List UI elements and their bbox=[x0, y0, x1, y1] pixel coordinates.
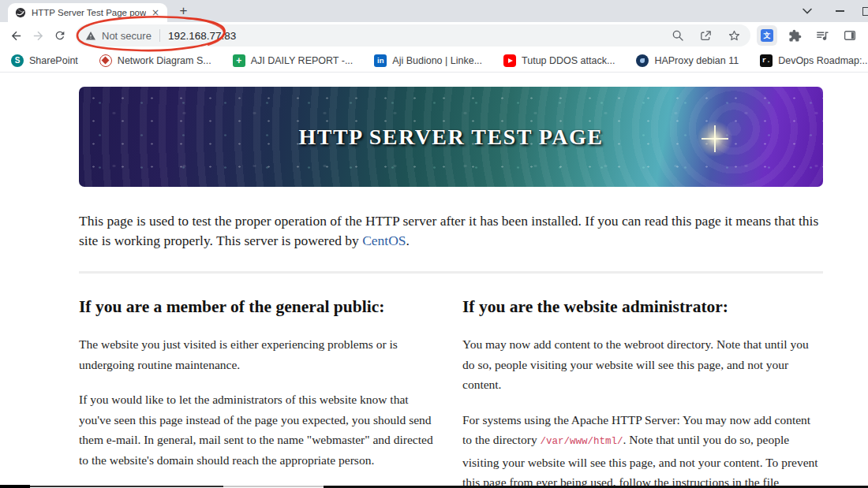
back-arrow-icon bbox=[9, 29, 23, 43]
bookmark-label: HAProxy debian 11 bbox=[654, 55, 739, 66]
window-minimize-button[interactable] bbox=[829, 0, 851, 22]
bookmark-youtube[interactable]: Tutup DDOS attack... bbox=[503, 54, 615, 67]
general-public-heading: If you are a member of the general publi… bbox=[79, 297, 440, 317]
youtube-icon bbox=[503, 54, 516, 67]
bookmarks-bar: S SharePoint Network Diagram S... + AJI … bbox=[0, 49, 868, 73]
page-title: HTTP SERVER TEST PAGE bbox=[298, 125, 603, 150]
bookmark-label: Tutup DDOS attack... bbox=[522, 55, 615, 66]
bookmark-label: Network Diagram S... bbox=[118, 55, 211, 66]
bookmark-label: SharePoint bbox=[29, 55, 78, 66]
bookmark-sharepoint[interactable]: S SharePoint bbox=[11, 54, 78, 67]
reload-icon bbox=[54, 29, 66, 42]
page-content: HTTP SERVER TEST PAGE This page is used … bbox=[79, 87, 823, 488]
screenshot-bottom-edge bbox=[30, 486, 223, 487]
administrator-heading: If you are the website administrator: bbox=[462, 297, 823, 317]
tab-title: HTTP Server Test Page powered bbox=[32, 8, 146, 17]
new-tab-button[interactable]: + bbox=[177, 5, 190, 18]
search-icon bbox=[672, 29, 684, 42]
extensions-button[interactable] bbox=[784, 25, 805, 46]
bookmark-aji-daily-report[interactable]: + AJI DAILY REPORT -... bbox=[233, 54, 354, 67]
intro-paragraph: This page is used to test the proper ope… bbox=[79, 211, 823, 251]
bookmark-label: AJI DAILY REPORT -... bbox=[251, 55, 354, 66]
address-bar[interactable]: Not secure 192.168.77.83 bbox=[76, 24, 750, 47]
security-status-label[interactable]: Not secure bbox=[102, 30, 152, 42]
window-maximize-button[interactable] bbox=[855, 0, 868, 22]
queue-music-icon bbox=[815, 28, 829, 43]
minimize-icon bbox=[836, 10, 844, 12]
back-button[interactable] bbox=[5, 24, 27, 47]
tab-close-icon[interactable]: × bbox=[149, 6, 162, 19]
globe-favicon-icon bbox=[15, 7, 26, 18]
banner-starburst bbox=[697, 121, 733, 157]
horizontal-divider bbox=[79, 271, 823, 274]
paragraph: For systems using the Apache HTTP Server… bbox=[462, 410, 823, 488]
toolbar-actions: 文 bbox=[757, 25, 860, 46]
screenshot-bottom-edge bbox=[0, 485, 30, 488]
browser-tab[interactable]: HTTP Server Test Page powered × bbox=[8, 3, 167, 22]
side-search-button[interactable] bbox=[672, 29, 684, 42]
inline-text: This page is used to test the proper ope… bbox=[79, 213, 818, 248]
not-secure-warning-icon bbox=[85, 31, 96, 41]
browser-window: HTTP Server Test Page powered × + Not se… bbox=[0, 0, 868, 488]
omnibox-divider bbox=[159, 29, 160, 42]
paragraph: If you would like to let the administrat… bbox=[79, 389, 440, 470]
screenshot-bottom-edge bbox=[223, 486, 324, 487]
web-page-viewport: HTTP SERVER TEST PAGE This page is used … bbox=[0, 73, 868, 488]
puzzle-extensions-icon bbox=[788, 29, 802, 43]
bookmark-star-button[interactable] bbox=[728, 29, 741, 43]
media-queue-button[interactable] bbox=[812, 25, 832, 46]
spreadsheet-icon: + bbox=[233, 54, 245, 67]
side-panel-icon bbox=[843, 28, 857, 43]
paragraph: You may now add content to the webroot d… bbox=[462, 334, 823, 395]
roadmap-icon: r. bbox=[760, 54, 773, 67]
inline-code: /var/www/html/ bbox=[541, 436, 623, 447]
side-panel-button[interactable] bbox=[840, 25, 860, 46]
reload-button[interactable] bbox=[49, 24, 71, 47]
inline-link[interactable]: CentOS bbox=[362, 233, 406, 248]
administrator-column: If you are the website administrator: Yo… bbox=[462, 297, 823, 488]
translate-icon: 文 bbox=[761, 29, 773, 42]
forward-arrow-icon bbox=[32, 29, 45, 43]
haproxy-icon bbox=[636, 54, 649, 67]
share-icon bbox=[699, 29, 713, 43]
share-button[interactable] bbox=[699, 29, 713, 43]
url-text[interactable]: 192.168.77.83 bbox=[168, 30, 236, 42]
translate-button[interactable]: 文 bbox=[757, 25, 777, 46]
paragraph: The website you just visited is either e… bbox=[79, 334, 440, 374]
inline-text: . bbox=[406, 233, 410, 248]
linkedin-icon: in bbox=[374, 54, 387, 67]
bookmark-devops-roadmap[interactable]: r. DevOps Roadmap:... bbox=[760, 54, 868, 67]
bookmark-linkedin[interactable]: in Aji Budiono | Linke... bbox=[374, 54, 482, 67]
two-column-section: If you are a member of the general publi… bbox=[79, 297, 823, 488]
star-icon bbox=[728, 29, 741, 43]
tab-search-chevron-icon[interactable] bbox=[797, 0, 817, 22]
maximize-icon bbox=[862, 7, 868, 16]
bookmark-haproxy[interactable]: HAProxy debian 11 bbox=[636, 54, 739, 67]
general-public-column: If you are a member of the general publi… bbox=[79, 297, 440, 488]
sharepoint-icon: S bbox=[11, 54, 24, 67]
test-page-banner: HTTP SERVER TEST PAGE bbox=[79, 87, 823, 187]
network-diagram-icon bbox=[99, 54, 112, 67]
forward-button[interactable] bbox=[27, 24, 49, 47]
bookmark-label: Aji Budiono | Linke... bbox=[392, 55, 482, 66]
browser-toolbar: Not secure 192.168.77.83 文 bbox=[0, 22, 868, 49]
tab-strip: HTTP Server Test Page powered × + bbox=[0, 0, 868, 22]
bookmark-label: DevOps Roadmap:... bbox=[778, 55, 868, 66]
inline-text: You may now add content to the webroot d… bbox=[462, 337, 809, 391]
bookmark-network-diagram[interactable]: Network Diagram S... bbox=[99, 54, 211, 67]
